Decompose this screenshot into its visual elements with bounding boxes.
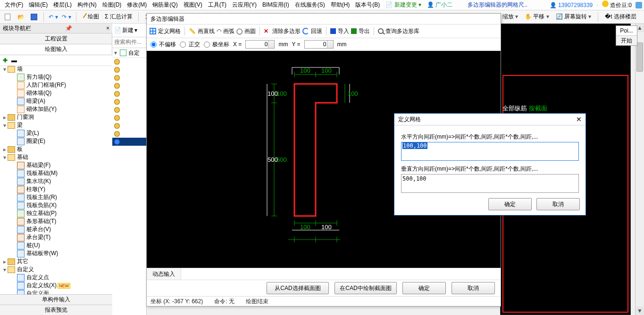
menu-cloud[interactable]: 云应用(Y) (229, 1, 259, 9)
tab-draw-input[interactable]: 绘图输入 (0, 44, 112, 55)
dynamic-input-tab[interactable]: 动态输入 (147, 268, 181, 280)
menu-modify[interactable]: 修改(M) (124, 1, 150, 9)
tree-item[interactable]: 梁(L) (0, 129, 112, 137)
menu-member[interactable]: 构件(N) (75, 1, 100, 9)
tab-project-settings[interactable]: 工程设置 (0, 33, 112, 44)
tree-item[interactable]: 自定义面 (0, 290, 112, 294)
new-change-button[interactable]: 📄 新建变更 ▾ (383, 1, 424, 9)
tree-item[interactable]: 承台梁(T) (0, 233, 112, 241)
menu-help[interactable]: 帮助(H) (328, 1, 353, 9)
tree-item[interactable]: 基础梁(F) (0, 161, 112, 169)
menu-online[interactable]: 在线服务(S) (292, 1, 328, 9)
menu-view[interactable]: 视图(V) (181, 1, 205, 9)
ok-button[interactable]: 确定 (402, 282, 446, 294)
draw-circle-button[interactable]: ◯ 画圆 (236, 27, 256, 35)
redo-icon[interactable]: ↷ ▾ (61, 11, 72, 23)
sum-button[interactable]: Σ 汇总计算 (103, 13, 134, 21)
tree-item[interactable]: 剪力墙(Q) (0, 73, 112, 81)
tree-folder[interactable]: ▾基础 (0, 153, 112, 161)
undo-icon[interactable]: ↶ ▾ (48, 11, 59, 23)
list-header-row[interactable]: ▾ 自定 (112, 48, 146, 58)
component-tree[interactable]: ▾墙剪力墙(Q)人防门框墙(RF)砌体墙(Q)暗梁(A)砌体加筋(Y)▸门窗洞▾… (0, 64, 112, 294)
tree-folder[interactable]: ▸板 (0, 145, 112, 153)
tree-item[interactable]: 集水坑(K) (0, 177, 112, 185)
dialog-cancel-button[interactable]: 取消 (536, 198, 580, 210)
tree-item[interactable]: 暗梁(A) (0, 97, 112, 105)
bell-icon[interactable] (636, 2, 642, 8)
float-poi[interactable]: Poi... (616, 26, 637, 36)
collapse-all-icon[interactable]: ▬ (11, 57, 17, 64)
tree-item[interactable]: 基础板带(W) (0, 249, 112, 257)
component-row[interactable] (112, 82, 146, 90)
component-row[interactable] (112, 114, 146, 122)
tree-item[interactable]: 桩(U) (0, 241, 112, 249)
component-row[interactable] (112, 106, 146, 114)
x-input[interactable] (245, 40, 275, 49)
radio-polar[interactable]: 极坐标 (204, 41, 229, 49)
component-row[interactable] (112, 130, 146, 138)
new-file-icon[interactable] (2, 11, 13, 23)
component-row[interactable] (112, 74, 146, 82)
vertical-scrollbar[interactable]: ▲ ▼ (635, 24, 644, 315)
panel-close-icon[interactable]: × (106, 25, 109, 32)
tree-item[interactable]: 自定义点 (0, 274, 112, 282)
polygon-editor-title[interactable]: 多边形编辑器 (147, 14, 501, 25)
search-lib-button[interactable]: 查询多边形库 (378, 27, 419, 35)
undo-button[interactable]: 回退 (302, 27, 322, 35)
menu-rebar[interactable]: 钢筋量(Q) (150, 1, 180, 9)
draw-line-button[interactable]: 📏 画直线 (189, 27, 215, 35)
tree-item[interactable]: 砌体加筋(Y) (0, 105, 112, 113)
menu-tools[interactable]: 工具(T) (205, 1, 229, 9)
panel-pin-icon[interactable]: 📌 (65, 25, 72, 32)
tree-item[interactable]: 圈梁(E) (0, 137, 112, 145)
tree-item[interactable]: 条形基础(T) (0, 217, 112, 225)
tree-folder[interactable]: ▾梁 (0, 121, 112, 129)
tree-item[interactable]: 人防门框墙(RF) (0, 81, 112, 89)
component-list[interactable] (112, 58, 146, 315)
scroll-thumb[interactable] (636, 42, 643, 72)
rotate-button[interactable]: 🔄 屏幕旋转 (554, 13, 594, 21)
tree-item[interactable]: 柱墩(Y) (0, 185, 112, 193)
menu-bim[interactable]: BIM应用(I) (259, 1, 292, 9)
expand-all-icon[interactable]: ✚ (3, 57, 8, 64)
tree-item[interactable]: 独立基础(P) (0, 209, 112, 217)
balance[interactable]: 造价豆:0 (602, 0, 632, 9)
tree-folder[interactable]: ▸门窗洞 (0, 113, 112, 121)
sub-user[interactable]: 👤 广小二 (424, 1, 455, 9)
import-button[interactable]: 导入 (330, 27, 349, 35)
radio-no-offset[interactable]: 不偏移 (151, 41, 176, 49)
tree-folder[interactable]: ▾自定义 (0, 265, 112, 274)
tab-single-input[interactable]: 单构件输入 (0, 294, 112, 305)
menu-floor[interactable]: 楼层(L) (50, 1, 75, 9)
radio-ortho[interactable]: 正交 (180, 41, 200, 49)
clear-button[interactable]: ✕ 清除多边形 (264, 27, 301, 35)
tree-item[interactable]: 筏板基础(M) (0, 169, 112, 177)
cad-select-button[interactable]: 从CAD选择截面图 (267, 282, 329, 294)
menu-edit[interactable]: 编辑(E) (26, 1, 50, 9)
tree-item[interactable]: 筏板主筋(R) (0, 193, 112, 201)
component-row[interactable] (112, 66, 146, 74)
component-row[interactable] (112, 98, 146, 106)
tree-item[interactable]: 桩承台(V) (0, 225, 112, 233)
select-floor-button[interactable]: �t 选择楼层 (603, 13, 638, 21)
component-row[interactable] (112, 58, 146, 66)
component-row[interactable] (112, 90, 146, 98)
account-label[interactable]: 👤 13907298339 (550, 2, 593, 8)
export-button[interactable]: 导出 (351, 27, 370, 35)
float-start[interactable]: 开始 (616, 36, 637, 45)
tab-report-preview[interactable]: 报表预览 (0, 305, 112, 315)
component-row[interactable] (112, 138, 146, 146)
cancel-button[interactable]: 取消 (452, 282, 495, 294)
open-icon[interactable]: 📂 (15, 11, 26, 23)
define-grid-button[interactable]: 定义网格 (150, 27, 181, 35)
h-spacing-input[interactable]: <span></span> (401, 142, 579, 161)
pan-button[interactable]: ✋ 平移 (523, 13, 551, 21)
y-input[interactable] (304, 40, 334, 49)
dialog-close-icon[interactable]: ✕ (576, 116, 582, 123)
new-component-button[interactable]: 📄 新建 ▾ (114, 26, 137, 34)
cad-draw-button[interactable]: 在CAD中绘制截面图 (335, 282, 397, 294)
tree-folder[interactable]: ▸其它 (0, 257, 112, 265)
tree-folder[interactable]: ▾墙 (0, 65, 112, 73)
dialog-titlebar[interactable]: 定义网格 ✕ (394, 114, 585, 125)
v-spacing-input[interactable] (401, 174, 579, 193)
